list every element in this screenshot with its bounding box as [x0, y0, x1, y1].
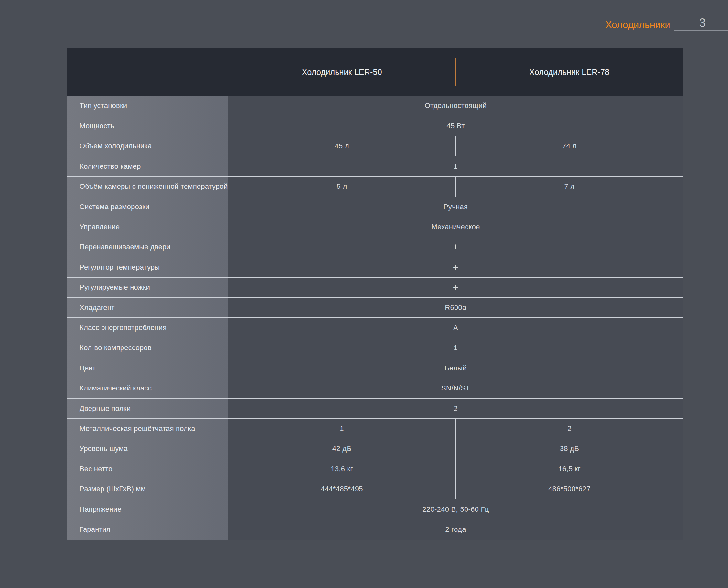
spec-value-ler-50: 13,6 кг: [228, 459, 456, 479]
table-row: Объём камеры с пониженной температурой5 …: [67, 176, 683, 196]
spec-values: 1: [228, 156, 683, 176]
spec-label: Количество камер: [67, 156, 228, 176]
table-row: Уровень шума42 дБ38 дБ: [67, 439, 683, 459]
product-header-ler-78: Холодильник LER-78: [456, 48, 683, 96]
spec-value-ler-50: 45 л: [228, 136, 456, 156]
table-row: Металлическая решётчатая полка12: [67, 418, 683, 438]
spec-value-both: +: [228, 278, 683, 297]
spec-value-ler-50: 5 л: [228, 177, 456, 196]
spec-values: +: [228, 237, 683, 257]
spec-label: Объём холодильника: [67, 136, 228, 156]
spec-value-ler-78: 486*500*627: [456, 479, 683, 499]
spec-label: Регулятор температуры: [67, 257, 228, 277]
spec-label: Вес нетто: [67, 459, 228, 479]
spec-label: Уровень шума: [67, 439, 228, 459]
spec-comparison-table: Холодильник LER-50 Холодильник LER-78 Ти…: [67, 48, 683, 540]
table-row: Вес нетто13,6 кг16,5 кг: [67, 459, 683, 479]
spec-label: Дверные полки: [67, 399, 228, 418]
spec-values: А: [228, 318, 683, 337]
spec-label: Управление: [67, 217, 228, 237]
spec-label: Размер (ШхГхВ) мм: [67, 479, 228, 499]
table-row: Количество камер1: [67, 156, 683, 176]
table-row: Гарантия2 года: [67, 519, 683, 539]
header-column-divider: [456, 58, 456, 86]
spec-label: Кол-во компрессоров: [67, 338, 228, 358]
spec-values: +: [228, 257, 683, 277]
spec-value-ler-78: 2: [456, 419, 683, 438]
table-row: ХладагентR600a: [67, 297, 683, 317]
spec-value-both: +: [228, 257, 683, 277]
table-row: Объём холодильника45 л74 л: [67, 136, 683, 156]
spec-values: 444*485*495486*500*627: [228, 479, 683, 499]
page-number-underline: [674, 30, 728, 31]
spec-value-ler-50: 444*485*495: [228, 479, 456, 499]
spec-value-both: А: [228, 318, 683, 337]
spec-values: 2 года: [228, 520, 683, 539]
spec-values: 5 л7 л: [228, 177, 683, 196]
spec-label: Мощность: [67, 116, 228, 136]
spec-values: 2: [228, 399, 683, 418]
table-header-corner: [67, 48, 228, 96]
spec-values: 1: [228, 338, 683, 358]
spec-label: Хладагент: [67, 298, 228, 317]
spec-label: Класс энергопотребления: [67, 318, 228, 337]
spec-label: Климатический класс: [67, 378, 228, 398]
spec-value-both: 2: [228, 399, 683, 418]
spec-value-both: Отдельностоящий: [228, 96, 683, 116]
spec-label: Металлическая решётчатая полка: [67, 419, 228, 438]
spec-values: 45 л74 л: [228, 136, 683, 156]
spec-values: 12: [228, 419, 683, 438]
spec-value-both: Ручная: [228, 197, 683, 216]
spec-label: Цвет: [67, 358, 228, 378]
spec-value-both: 45 Вт: [228, 116, 683, 136]
spec-values: SN/N/ST: [228, 378, 683, 398]
spec-values: Белый: [228, 358, 683, 378]
table-body: Тип установкиОтдельностоящийМощность45 В…: [67, 96, 683, 540]
table-row: Дверные полки2: [67, 398, 683, 418]
spec-values: 13,6 кг16,5 кг: [228, 459, 683, 479]
spec-label: Система разморозки: [67, 197, 228, 216]
table-row: Напряжение220-240 В, 50-60 Гц: [67, 499, 683, 519]
page-number: 3: [699, 17, 706, 29]
spec-value-both: Белый: [228, 358, 683, 378]
spec-value-both: 1: [228, 338, 683, 358]
spec-value-ler-78: 38 дБ: [456, 439, 683, 459]
spec-values: 220-240 В, 50-60 Гц: [228, 500, 683, 519]
table-row: Мощность45 Вт: [67, 116, 683, 136]
spec-value-ler-78: 7 л: [456, 177, 683, 196]
spec-label: Ругулируемые ножки: [67, 278, 228, 297]
spec-values: +: [228, 278, 683, 297]
spec-values: Механическое: [228, 217, 683, 237]
spec-values: 42 дБ38 дБ: [228, 439, 683, 459]
table-row: Класс энергопотребленияА: [67, 317, 683, 337]
spec-value-both: R600a: [228, 298, 683, 317]
table-row: УправлениеМеханическое: [67, 216, 683, 237]
spec-values: R600a: [228, 298, 683, 317]
table-row: Перенавешиваемые двери+: [67, 237, 683, 257]
spec-value-both: Механическое: [228, 217, 683, 237]
table-row: Ругулируемые ножки+: [67, 277, 683, 297]
spec-values: Отдельностоящий: [228, 96, 683, 116]
table-row: ЦветБелый: [67, 358, 683, 378]
table-row: Регулятор температуры+: [67, 257, 683, 277]
spec-value-both: 220-240 В, 50-60 Гц: [228, 500, 683, 519]
spec-label: Гарантия: [67, 520, 228, 539]
spec-value-both: 1: [228, 156, 683, 176]
table-row: Кол-во компрессоров1: [67, 338, 683, 358]
spec-label: Объём камеры с пониженной температурой: [67, 177, 228, 196]
spec-value-ler-50: 1: [228, 419, 456, 438]
spec-value-both: SN/N/ST: [228, 378, 683, 398]
table-header-row: Холодильник LER-50 Холодильник LER-78: [67, 48, 683, 96]
spec-label: Напряжение: [67, 500, 228, 519]
section-title: Холодильники: [605, 20, 670, 30]
spec-values: 45 Вт: [228, 116, 683, 136]
spec-label: Перенавешиваемые двери: [67, 237, 228, 257]
spec-value-both: +: [228, 237, 683, 257]
product-header-ler-50: Холодильник LER-50: [228, 48, 456, 96]
spec-value-ler-78: 74 л: [456, 136, 683, 156]
spec-value-both: 2 года: [228, 520, 683, 539]
spec-label: Тип установки: [67, 96, 228, 116]
spec-values: Ручная: [228, 197, 683, 216]
spec-value-ler-50: 42 дБ: [228, 439, 456, 459]
table-row: Размер (ШхГхВ) мм444*485*495486*500*627: [67, 479, 683, 499]
